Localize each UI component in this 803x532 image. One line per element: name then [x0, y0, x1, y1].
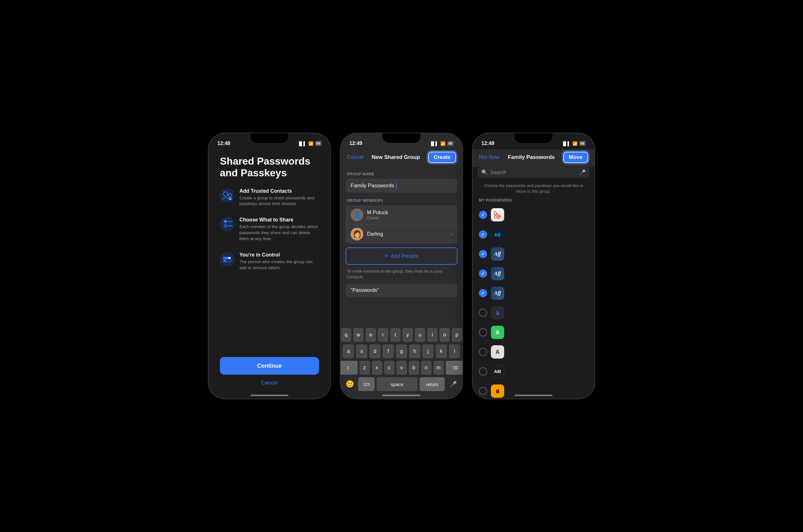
password-item-1[interactable]: AE [473, 225, 594, 244]
svg-point-10 [225, 226, 226, 227]
signal-icon-3: ▐▌▌ [562, 141, 571, 146]
key-k[interactable]: k [436, 344, 447, 358]
key-y[interactable]: y [402, 328, 413, 342]
key-w[interactable]: w [353, 328, 364, 342]
svg-text:+: + [230, 198, 231, 201]
home-indicator-3 [515, 395, 553, 396]
svg-point-12 [220, 252, 234, 267]
app-icon-2: Aff [491, 247, 504, 261]
key-l[interactable]: l [449, 344, 460, 358]
key-shift[interactable]: ⇧ [340, 361, 358, 375]
add-people-button[interactable]: + Add People [346, 247, 457, 265]
checkbox-1[interactable] [479, 230, 487, 239]
continue-button[interactable]: Continue [220, 357, 319, 375]
wifi-icon-3: 📶 [572, 141, 577, 146]
phone1-main: Shared Passwordsand Passkeys [220, 155, 319, 271]
checkbox-5[interactable] [479, 309, 487, 317]
svg-point-15 [228, 257, 230, 259]
key-h[interactable]: h [409, 344, 420, 358]
password-item-3[interactable]: Aff [473, 264, 594, 283]
key-x[interactable]: x [372, 361, 382, 375]
key-j[interactable]: j [422, 344, 434, 358]
status-bar-1: 12:48 ▐▌▌ 📶 69 [209, 133, 330, 149]
trusted-contacts-icon: + [220, 188, 234, 203]
key-q[interactable]: q [341, 328, 351, 342]
key-c[interactable]: c [384, 361, 395, 375]
cancel-button-1[interactable]: Cancel [261, 380, 278, 386]
checkbox-9[interactable] [479, 387, 487, 395]
password-item-5[interactable]: a [473, 303, 594, 323]
choose-share-icon [220, 217, 234, 232]
not-now-button[interactable]: Not Now [479, 154, 499, 160]
group-name-input[interactable]: Family Passwords [346, 179, 457, 193]
kb-row-3: ⇧ z x c v b n m ⌫ [342, 361, 461, 375]
checkbox-8[interactable] [479, 367, 487, 376]
checkbox-2[interactable] [479, 250, 487, 258]
key-s[interactable]: s [356, 344, 367, 358]
wifi-icon: 📶 [308, 141, 313, 146]
password-item-9[interactable]: a [473, 381, 594, 399]
autocomplete-suggestion[interactable]: "Passwords" [346, 284, 457, 297]
password-item-6[interactable]: A [473, 323, 594, 342]
kb-row-1: q w e r t y u i o p [342, 328, 461, 342]
members-list: 👤 M Potuck Owner 👩 Darling › [346, 205, 457, 244]
feature-list: + Add Trusted Contacts Create a group to… [220, 188, 319, 271]
password-item-0[interactable] [473, 205, 594, 225]
space-key[interactable]: space [377, 377, 418, 391]
search-bar[interactable]: 🔍 Search 🎤 [478, 167, 590, 178]
control-icon [220, 252, 234, 267]
phone-1: 12:48 ▐▌▌ 📶 69 Shared Passwordsand Passk… [208, 133, 331, 399]
create-button[interactable]: Create [428, 152, 456, 163]
time-3: 12:49 [481, 140, 494, 146]
return-key[interactable]: return [420, 377, 445, 391]
feature-desc-2: Each member of the group decides which p… [240, 224, 319, 242]
emoji-button[interactable]: 😊 [343, 377, 356, 391]
key-t[interactable]: t [390, 328, 401, 342]
main-title: Shared Passwordsand Passkeys [220, 155, 319, 179]
key-m[interactable]: m [434, 361, 444, 375]
move-button[interactable]: Move [563, 152, 588, 163]
key-f[interactable]: f [383, 344, 394, 358]
time-2: 12:49 [349, 140, 362, 146]
password-item-7[interactable]: A [473, 342, 594, 362]
key-z[interactable]: z [360, 361, 370, 375]
password-item-8[interactable]: AM [473, 362, 594, 381]
checkbox-0[interactable] [479, 211, 487, 219]
feature-item-control: You're in Control The person who creates… [220, 252, 319, 271]
search-icon: 🔍 [481, 169, 488, 175]
key-d[interactable]: d [369, 344, 381, 358]
app-icon-1: AE [491, 228, 504, 241]
status-icons-2: ▐▌▌ 📶 69 [429, 141, 454, 146]
svg-text:a: a [496, 387, 499, 394]
checkbox-7[interactable] [479, 348, 487, 356]
password-item-2[interactable]: Aff [473, 244, 594, 264]
key-r[interactable]: r [378, 328, 388, 342]
key-g[interactable]: g [396, 344, 407, 358]
key-a[interactable]: a [343, 344, 354, 358]
key-p[interactable]: p [452, 328, 462, 342]
key-u[interactable]: u [415, 328, 425, 342]
nav-bar-3: Not Now Family Passwords Move [473, 149, 594, 167]
key-v[interactable]: v [397, 361, 407, 375]
checkbox-3[interactable] [479, 269, 487, 278]
svg-point-6 [224, 220, 227, 223]
app-icon-5: a [491, 306, 504, 319]
password-item-4[interactable]: Aff [473, 283, 594, 303]
home-indicator-1 [250, 395, 288, 396]
key-i[interactable]: i [427, 328, 438, 342]
key-o[interactable]: o [439, 328, 450, 342]
kb-row-2: a s d f g h j k l [342, 344, 461, 358]
key-delete[interactable]: ⌫ [446, 361, 463, 375]
checkbox-6[interactable] [479, 328, 487, 337]
app-icon-9: a [491, 384, 504, 398]
key-n[interactable]: n [421, 361, 432, 375]
key-e[interactable]: e [365, 328, 376, 342]
key-b[interactable]: b [409, 361, 419, 375]
nav-title-3: Family Passwords [508, 154, 555, 160]
phone1-content: Shared Passwordsand Passkeys [209, 149, 330, 399]
checkbox-4[interactable] [479, 289, 487, 297]
member-row-1[interactable]: 👩 Darling › [346, 225, 457, 244]
cancel-button-2[interactable]: Cancel [347, 154, 364, 160]
key-123[interactable]: 123 [358, 377, 375, 391]
mic-button[interactable]: 🎤 [447, 377, 460, 391]
